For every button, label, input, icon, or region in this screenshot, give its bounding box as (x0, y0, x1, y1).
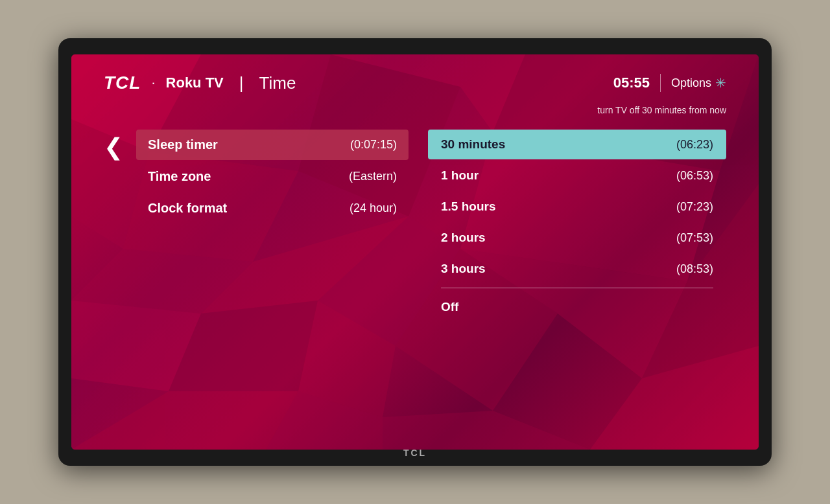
options-label: Options (671, 76, 711, 90)
sleep-timer-value: (0:07:15) (350, 138, 397, 152)
header: TCL · Roku TV | Time 05:55 Options ✳ (104, 73, 726, 93)
clock-display: 05:55 (613, 74, 650, 91)
1hour-label: 1 hour (441, 168, 479, 183)
header-divider (660, 74, 661, 92)
tv-outer: TCL · Roku TV | Time 05:55 Options ✳ (58, 38, 772, 466)
30min-label: 30 minutes (441, 137, 505, 152)
3hours-label: 3 hours (441, 262, 486, 276)
options-button[interactable]: Options ✳ (671, 75, 726, 91)
clock-format-label: Clock format (148, 201, 227, 216)
menu-item-sleep-timer[interactable]: Sleep timer (0:07:15) (136, 130, 409, 160)
brand-roku: Roku TV (166, 74, 224, 91)
options-star-icon: ✳ (715, 75, 726, 91)
sleep-timer-label: Sleep timer (148, 137, 218, 152)
brand-tcl: TCL (104, 73, 141, 93)
back-button[interactable]: ❮ (104, 133, 123, 161)
menu-item-time-zone[interactable]: Time zone (Eastern) (136, 161, 409, 192)
submenu-item-1hour[interactable]: 1 hour (06:53) (428, 161, 726, 190)
1-5hours-time: (07:23) (676, 200, 713, 214)
1-5hours-label: 1.5 hours (441, 200, 495, 214)
screen-content: TCL · Roku TV | Time 05:55 Options ✳ (71, 54, 759, 450)
right-submenu: 30 minutes (06:23) 1 hour (06:53) 1.5 ho… (428, 130, 726, 323)
wall: TCL · Roku TV | Time 05:55 Options ✳ (0, 0, 830, 504)
clock-format-value: (24 hour) (350, 201, 397, 215)
2hours-time: (07:53) (676, 231, 713, 245)
header-left: TCL · Roku TV | Time (104, 73, 296, 93)
submenu-item-3hours[interactable]: 3 hours (08:53) (428, 254, 726, 284)
submenu-divider (441, 288, 713, 288)
menu-item-clock-format[interactable]: Clock format (24 hour) (136, 193, 409, 223)
off-label: Off (441, 300, 458, 314)
brand-separator: | (239, 73, 244, 93)
left-menu: Sleep timer (0:07:15) Time zone (Eastern… (136, 130, 409, 225)
submenu-item-2hours[interactable]: 2 hours (07:53) (428, 223, 726, 253)
1hour-time: (06:53) (676, 169, 713, 183)
header-right: 05:55 Options ✳ (613, 74, 726, 92)
brand-dot: · (151, 74, 155, 91)
turn-off-notice: turn TV off 30 minutes from now (104, 105, 726, 115)
submenu-item-off[interactable]: Off (428, 292, 726, 322)
3hours-time: (08:53) (676, 262, 713, 276)
submenu-item-1-5hours[interactable]: 1.5 hours (07:23) (428, 192, 726, 222)
30min-time: (06:23) (676, 138, 713, 152)
main-content: ❮ Sleep timer (0:07:15) Time zone (Easte… (104, 130, 726, 323)
page-title: Time (259, 73, 296, 93)
submenu-item-30min[interactable]: 30 minutes (06:23) (428, 130, 726, 159)
tv-screen: TCL · Roku TV | Time 05:55 Options ✳ (71, 54, 759, 450)
time-zone-value: (Eastern) (349, 170, 397, 183)
time-zone-label: Time zone (148, 169, 211, 184)
2hours-label: 2 hours (441, 231, 486, 245)
